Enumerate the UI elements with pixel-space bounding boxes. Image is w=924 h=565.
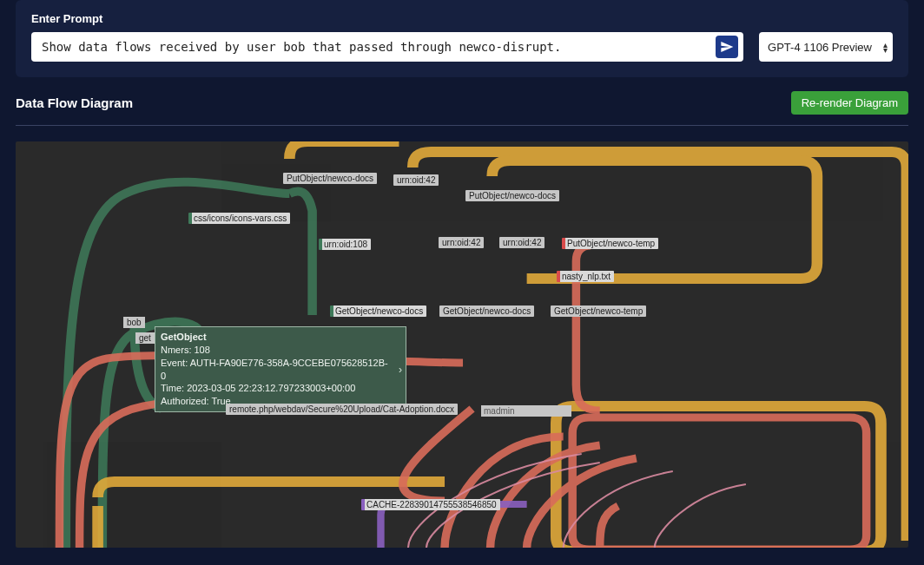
node-cache[interactable]: CACHE-22839014755538546850	[361, 499, 500, 510]
diagram-header: Data Flow Diagram Re-render Diagram	[16, 91, 908, 126]
model-selected-label: GPT-4 1106 Preview	[768, 41, 872, 54]
node-urn42-b[interactable]: urn:oid:42	[439, 237, 484, 248]
node-putobject-temp[interactable]: PutObject/newco-temp	[562, 238, 658, 249]
tooltip-event: Event: AUTH-FA90E776-358A-9CCEBE07562851…	[161, 357, 390, 383]
rerender-button[interactable]: Re-render Diagram	[791, 91, 908, 115]
edge-layer	[16, 141, 908, 548]
chevron-updown-icon: ▴▾	[883, 43, 888, 52]
node-putobject-docs-1[interactable]: PutObject/newco-docs	[283, 173, 377, 184]
node-css[interactable]: css/icons/icons-vars.css	[188, 213, 290, 224]
chevron-right-icon: ›	[399, 362, 402, 376]
node-tooltip[interactable]: GetObject Nmers: 108 Event: AUTH-FA90E77…	[155, 326, 406, 412]
node-nasty[interactable]: nasty_nlp.txt	[557, 271, 614, 282]
prompt-row: GPT-4 1106 Preview ▴▾	[31, 32, 893, 62]
prompt-input-wrap	[31, 32, 743, 62]
node-putobject-docs-2[interactable]: PutObject/newco-docs	[465, 190, 559, 201]
tooltip-nmers: Nmers: 108	[161, 344, 390, 357]
prompt-label: Enter Prompt	[31, 12, 893, 25]
diagram-canvas[interactable]: PutObject/newco-docs urn:oid:42 PutObjec…	[16, 141, 908, 548]
tooltip-time: Time: 2023-03-05 22:23:12.797233003+00:0…	[161, 382, 390, 395]
tooltip-title: GetObject	[161, 331, 390, 344]
diagram-panel: Data Flow Diagram Re-render Diagram	[16, 91, 908, 548]
node-urn108[interactable]: urn:oid:108	[319, 239, 371, 250]
node-getobject-docs-2[interactable]: GetObject/newco-docs	[439, 305, 534, 317]
node-urn42-c[interactable]: urn:oid:42	[499, 237, 544, 248]
node-urn42-a[interactable]: urn:oid:42	[393, 174, 439, 186]
node-madmin[interactable]: madmin	[481, 405, 571, 417]
model-select[interactable]: GPT-4 1106 Preview ▴▾	[759, 32, 893, 62]
node-getobject-docs-1[interactable]: GetObject/newco-docs	[330, 305, 426, 317]
diagram-title: Data Flow Diagram	[16, 95, 133, 110]
node-remote[interactable]: remote.php/webdav/Secure%20Upload/Cat-Ad…	[226, 404, 458, 415]
prompt-input[interactable]	[42, 40, 716, 54]
prompt-panel: Enter Prompt GPT-4 1106 Preview ▴▾	[16, 0, 908, 77]
node-getobject-temp[interactable]: GetObject/newco-temp	[551, 305, 646, 317]
node-get[interactable]: get	[135, 332, 155, 344]
send-icon	[720, 40, 734, 54]
send-button[interactable]	[716, 36, 738, 58]
node-bob[interactable]: bob	[123, 317, 145, 328]
